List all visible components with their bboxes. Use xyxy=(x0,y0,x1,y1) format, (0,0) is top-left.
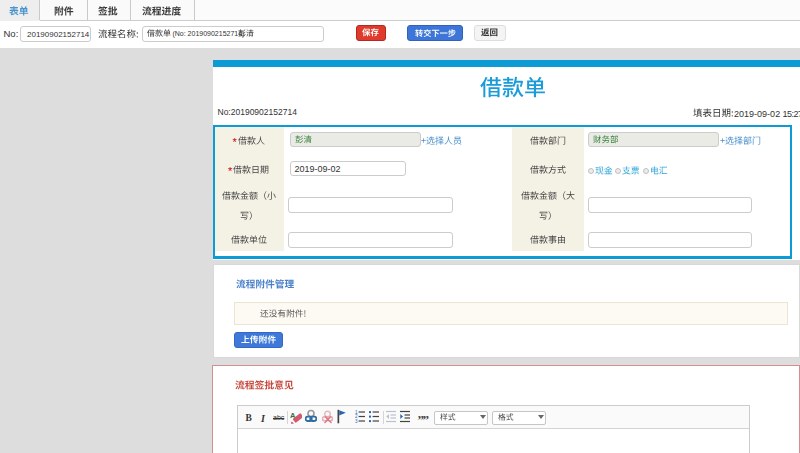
svg-text:3: 3 xyxy=(355,419,358,423)
